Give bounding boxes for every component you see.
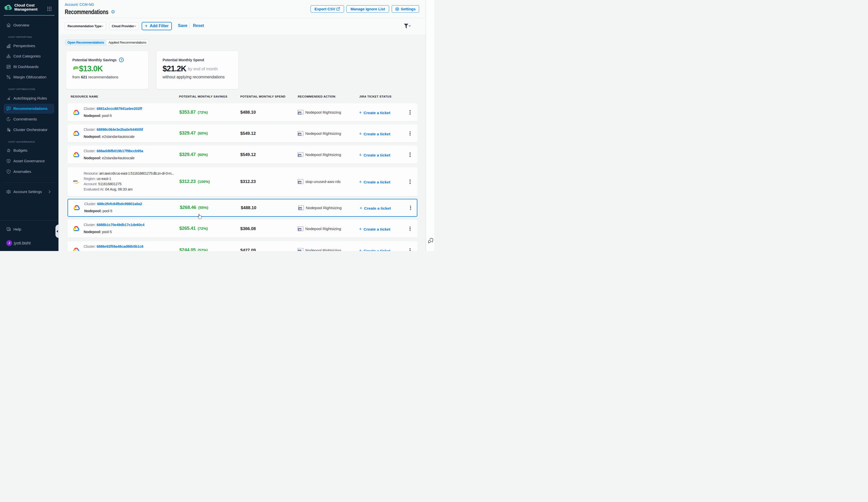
svg-text:$: $ [8,149,9,152]
svg-text:?: ? [121,59,122,62]
svg-text:$: $ [7,5,10,10]
svg-text:$: $ [8,160,9,162]
svg-text:aws: aws [73,179,78,182]
svg-text:?: ? [8,228,9,230]
